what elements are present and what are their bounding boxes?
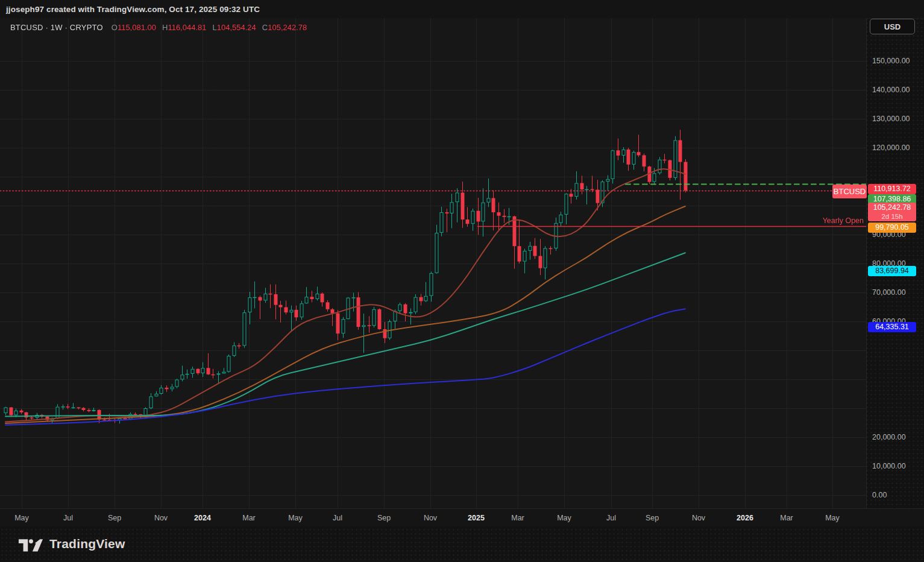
time-tick-mar: Mar: [780, 514, 793, 522]
time-tick-2025: 2025: [468, 514, 485, 522]
price-tick-label: 120,000.00: [872, 144, 910, 152]
tradingview-logo[interactable]: [18, 535, 43, 553]
attribution-text: jjoseph97 created with TradingView.com, …: [0, 5, 260, 14]
ohlc-values: O115,081.00H116,044.81L104,554.24C105,24…: [112, 23, 313, 32]
time-tick-may: May: [288, 514, 303, 522]
last-price-label: 105,242.782d 15h: [868, 203, 916, 221]
time-tick-jul: Jul: [333, 514, 342, 522]
ohlc-c: C105,242.78: [262, 23, 307, 32]
time-tick-may: May: [14, 514, 29, 522]
time-tick-2026: 2026: [737, 514, 753, 522]
ohlc-l: L104,554.24: [213, 23, 256, 32]
chart-plot-area[interactable]: [0, 18, 866, 508]
time-tick-jul: Jul: [63, 514, 73, 522]
ohlc-o: O115,081.00: [112, 23, 156, 32]
yearly-open-label: Yearly Open: [779, 216, 864, 225]
symbol-price-tag: BTCUSD: [832, 185, 867, 198]
price-tick-label: 10,000.00: [872, 462, 906, 470]
footer: TradingView: [0, 526, 924, 562]
countdown: 2d 15h: [881, 212, 902, 221]
price-axis[interactable]: 150,000.00140,000.00130,000.00120,000.00…: [866, 18, 924, 508]
time-tick-nov: Nov: [692, 514, 705, 522]
currency-button[interactable]: USD: [870, 19, 915, 34]
time-tick-mar: Mar: [242, 514, 256, 522]
time-tick-may: May: [557, 514, 571, 522]
candlestick-chart-canvas[interactable]: [0, 18, 866, 508]
symbol-legend: BTCUSD · 1W · CRYPTO O115,081.00H116,044…: [10, 22, 313, 33]
ohlc-h: H116,044.81: [162, 23, 207, 32]
ma-fast-value-label: 110,913.72: [868, 184, 916, 194]
time-tick-may: May: [825, 514, 840, 522]
time-tick-jul: Jul: [606, 514, 616, 522]
price-tick-label: 70,000.00: [872, 288, 906, 297]
ma-mid-value-label: 99,790.05: [868, 223, 916, 233]
price-tick-label: 150,000.00: [872, 57, 910, 65]
ma-slow-value-label: 83,699.94: [868, 266, 916, 276]
price-tick-label: 140,000.00: [872, 86, 910, 94]
ma-slowest-value-label: 64,335.31: [868, 322, 916, 332]
time-tick-sep: Sep: [108, 514, 121, 522]
time-axis[interactable]: MayJulSepNov2024MarMayJulSepNov2025MarMa…: [0, 508, 924, 526]
attribution-bar: jjoseph97 created with TradingView.com, …: [0, 0, 924, 19]
symbol-title[interactable]: BTCUSD · 1W · CRYPTO: [10, 23, 103, 32]
time-tick-nov: Nov: [424, 514, 437, 522]
price-tick-label: 20,000.00: [872, 433, 906, 441]
tradingview-wordmark[interactable]: TradingView: [49, 537, 125, 551]
time-tick-nov: Nov: [154, 514, 168, 522]
price-tick-label: 0.00: [872, 491, 887, 499]
time-tick-sep: Sep: [646, 514, 659, 522]
time-tick-mar: Mar: [511, 514, 524, 522]
time-tick-2024: 2024: [194, 514, 211, 522]
time-tick-sep: Sep: [377, 514, 391, 522]
tradingview-snapshot: jjoseph97 created with TradingView.com, …: [0, 0, 924, 562]
price-tick-label: 130,000.00: [872, 115, 910, 123]
